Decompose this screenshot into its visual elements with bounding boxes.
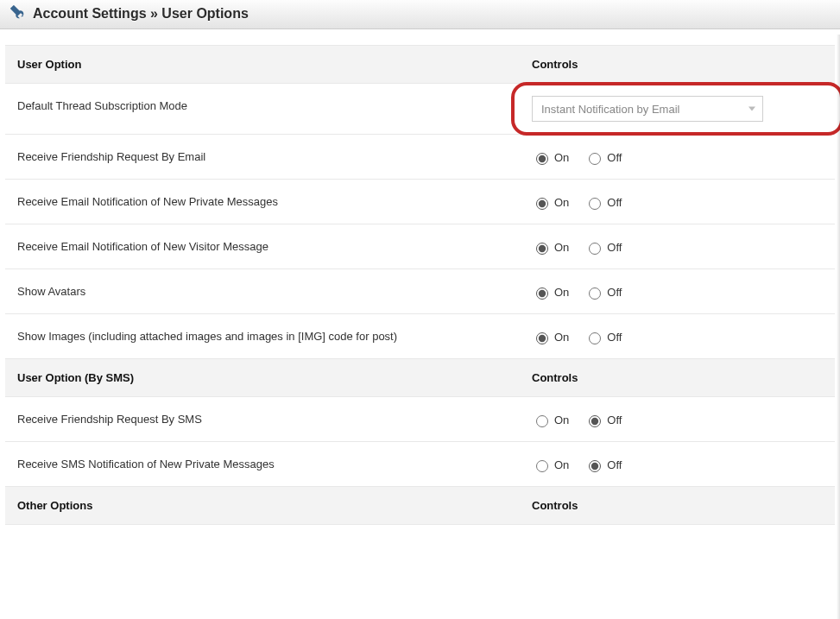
option-label: Receive Email Notification of New Visito… (5, 224, 532, 269)
radio-on-label[interactable]: On (532, 195, 569, 210)
radio-off[interactable] (589, 153, 601, 165)
row-default-thread-subscription: Default Thread Subscription Mode Instant… (5, 84, 835, 135)
radio-off-label[interactable]: Off (584, 413, 622, 427)
radio-off[interactable] (589, 415, 601, 427)
default-thread-sub-select[interactable]: Instant Notification by Email (532, 96, 763, 122)
header-option-other-label: Other Options (5, 487, 532, 525)
header-controls-label: Controls (532, 487, 835, 525)
radio-on[interactable] (536, 198, 548, 210)
page-title: Account Settings » User Options (33, 6, 249, 22)
radio-on-label[interactable]: On (532, 330, 569, 344)
wrench-icon (10, 5, 24, 22)
option-label: Receive Email Notification of New Privat… (5, 180, 532, 224)
radio-group-email-pm: On Off (532, 192, 828, 210)
option-label: Default Thread Subscription Mode (5, 84, 532, 135)
radio-on[interactable] (536, 243, 548, 255)
section-header-user-option-sms: User Option (By SMS) Controls (5, 359, 835, 397)
radio-off[interactable] (589, 198, 601, 210)
radio-off[interactable] (589, 287, 601, 300)
radio-on-label[interactable]: On (532, 413, 569, 427)
radio-off-label[interactable]: Off (584, 150, 622, 165)
header-option-label: User Option (5, 46, 532, 84)
radio-off[interactable] (589, 243, 601, 255)
row-show-avatars: Show Avatars On Off (5, 269, 835, 314)
radio-off[interactable] (589, 460, 601, 472)
chevron-down-icon (748, 107, 755, 111)
header-controls-label: Controls (532, 359, 835, 397)
row-friend-req-email: Receive Friendship Request By Email On O… (5, 135, 835, 180)
radio-on[interactable] (536, 287, 548, 300)
header-option-sms-label: User Option (By SMS) (5, 359, 532, 397)
select-value: Instant Notification by Email (541, 103, 679, 116)
right-edge-shadow (837, 35, 840, 525)
radio-off-label[interactable]: Off (584, 458, 622, 472)
radio-on[interactable] (536, 332, 548, 344)
radio-off-label[interactable]: Off (584, 330, 622, 344)
option-label: Receive Friendship Request By Email (5, 135, 532, 180)
radio-group-show-avatars: On Off (532, 281, 828, 300)
row-show-images: Show Images (including attached images a… (5, 314, 835, 359)
radio-on-label[interactable]: On (532, 240, 569, 255)
row-email-visitor: Receive Email Notification of New Visito… (5, 224, 835, 269)
option-label: Show Avatars (5, 269, 532, 314)
radio-off-label[interactable]: Off (584, 195, 622, 210)
radio-group-email-visitor: On Off (532, 237, 828, 255)
option-label: Receive Friendship Request By SMS (5, 397, 532, 442)
settings-table: User Option Controls Default Thread Subs… (5, 45, 835, 525)
option-label: Receive SMS Notification of New Private … (5, 442, 532, 487)
section-header-user-option: User Option Controls (5, 46, 835, 84)
radio-group-sms-pm: On Off (532, 454, 828, 472)
radio-on-label[interactable]: On (532, 150, 569, 165)
radio-off-label[interactable]: Off (584, 240, 622, 255)
radio-group-friend-req-email: On Off (532, 147, 828, 165)
option-label: Show Images (including attached images a… (5, 314, 532, 359)
row-friend-req-sms: Receive Friendship Request By SMS On Off (5, 397, 835, 442)
radio-on[interactable] (536, 153, 548, 165)
radio-group-show-images: On Off (532, 326, 828, 344)
radio-off-label[interactable]: Off (584, 285, 622, 300)
page-titlebar: Account Settings » User Options (0, 0, 840, 29)
row-email-pm: Receive Email Notification of New Privat… (5, 180, 835, 224)
radio-on-label[interactable]: On (532, 458, 569, 472)
radio-off[interactable] (589, 332, 601, 344)
radio-on-label[interactable]: On (532, 285, 569, 300)
radio-on[interactable] (536, 415, 548, 427)
radio-on[interactable] (536, 460, 548, 472)
radio-group-friend-req-sms: On Off (532, 409, 828, 427)
settings-content: User Option Controls Default Thread Subs… (0, 29, 840, 525)
section-header-other-options: Other Options Controls (5, 487, 835, 525)
default-thread-sub-select-wrap: Instant Notification by Email (532, 96, 828, 122)
row-sms-pm: Receive SMS Notification of New Private … (5, 442, 835, 487)
header-controls-label: Controls (532, 46, 835, 84)
